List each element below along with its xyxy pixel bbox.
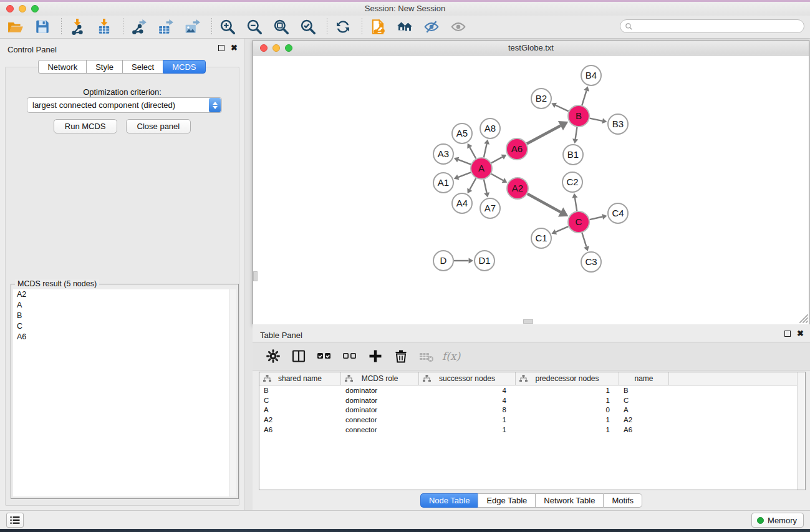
mcds-result-item[interactable]: A [13,300,236,311]
node-A1[interactable]: A1 [433,173,453,193]
table-cell[interactable]: A2 [619,415,669,425]
bottom-splitter-handle[interactable] [523,319,533,324]
tab-style[interactable]: Style [86,60,122,74]
memory-button[interactable]: Memory [751,513,804,528]
edge-C-C4[interactable] [590,214,607,220]
node-B3[interactable]: B3 [608,114,628,134]
zoom-selected-button[interactable] [299,17,317,36]
export-network-button[interactable] [130,17,148,36]
table-cell[interactable]: A [259,405,341,415]
search-box[interactable] [620,19,804,33]
delete-columns-button[interactable] [390,346,412,367]
tab-network-table[interactable]: Network Table [535,493,603,508]
table-cell[interactable]: C [619,395,669,405]
tab-edge-table[interactable]: Edge Table [478,493,535,508]
node-C[interactable]: C [568,211,589,233]
task-history-button[interactable] [6,513,24,528]
zoom-in-button[interactable] [218,17,237,36]
table-cell[interactable]: A2 [259,415,341,425]
edge-A-A5[interactable] [467,143,476,159]
node-B4[interactable]: B4 [581,65,601,85]
select-all-rows-button[interactable] [314,346,335,367]
left-splitter-handle[interactable] [253,271,258,281]
edge-A2-C[interactable] [528,194,569,217]
column-header-MCDS-role[interactable]: MCDS role [341,372,419,385]
table-cell[interactable]: connector [341,415,419,425]
table-row[interactable]: Bdominator41B [259,385,805,395]
edge-A-A3[interactable] [454,157,471,165]
column-chooser-button[interactable] [288,346,309,367]
export-image-button[interactable] [183,17,202,36]
edge-C-C1[interactable] [552,226,569,235]
network-from-selection-button[interactable] [369,17,387,36]
show-all-button[interactable] [449,17,468,36]
edge-B-B4[interactable] [582,86,589,105]
zoom-fit-button[interactable] [272,17,291,36]
table-cell[interactable]: A6 [619,425,669,435]
edge-B-B3[interactable] [590,118,607,123]
table-panel-close-button[interactable]: ✖ [797,331,804,337]
edge-A-A6[interactable] [491,155,506,163]
node-B1[interactable]: B1 [563,145,583,165]
table-cell[interactable]: 1 [516,395,619,405]
table-cell[interactable]: 1 [516,385,619,395]
node-D1[interactable]: D1 [475,251,494,271]
edge-B-B1[interactable] [572,127,578,143]
node-C3[interactable]: C3 [581,252,601,272]
tab-mcds[interactable]: MCDS [163,60,205,74]
create-column-button[interactable] [365,346,386,367]
node-D[interactable]: D [433,251,453,271]
open-file-button[interactable] [6,17,25,36]
table-cell[interactable]: dominator [341,405,419,415]
edge-C-C3[interactable] [582,233,589,251]
table-row[interactable]: Cdominator41C [259,395,805,405]
hide-selected-button[interactable] [422,17,441,36]
network-canvas[interactable]: B4B2BB3B1A5A8A6A3AA1A4A7A2C2CC4C1C3DD1 [253,56,809,324]
edge-D-D1[interactable] [454,258,473,263]
close-panel-button[interactable]: Close panel [126,119,191,133]
export-table-button[interactable] [157,17,175,36]
import-table-button[interactable] [95,17,113,36]
node-A3[interactable]: A3 [433,144,453,164]
control-panel-float-button[interactable] [218,45,224,51]
node-A4[interactable]: A4 [452,193,472,213]
table-settings-button[interactable] [263,346,284,367]
table-cell[interactable]: A6 [259,425,341,435]
edge-A-A8[interactable] [484,140,489,158]
zoom-out-button[interactable] [245,17,264,36]
edge-B-B2[interactable] [551,103,568,112]
node-C1[interactable]: C1 [531,228,551,248]
node-A8[interactable]: A8 [480,118,500,138]
table-row[interactable]: A6connector11A6 [259,425,805,435]
mcds-result-item[interactable]: B [13,311,236,321]
save-session-button[interactable] [33,17,52,36]
table-scrollbar[interactable] [797,372,805,490]
node-A5[interactable]: A5 [452,123,472,143]
table-cell[interactable]: 1 [419,425,516,435]
node-B2[interactable]: B2 [531,89,551,109]
edge-A-A7[interactable] [484,180,489,198]
control-panel-close-button[interactable]: ✖ [231,45,238,51]
mcds-result-item[interactable]: C [13,321,236,332]
mcds-result-item[interactable]: A6 [13,332,236,342]
table-panel-float-button[interactable] [784,331,791,337]
tab-network[interactable]: Network [38,60,86,74]
apply-layout-button[interactable] [334,17,352,36]
first-neighbors-button[interactable] [395,17,414,36]
table-cell[interactable]: dominator [341,385,419,395]
tab-select[interactable]: Select [122,60,163,74]
node-C2[interactable]: C2 [562,172,582,192]
edge-A-A2[interactable] [491,174,508,183]
node-A7[interactable]: A7 [480,198,500,218]
mcds-result-scrollbar[interactable] [229,289,236,496]
column-header-shared-name[interactable]: shared name [259,372,341,385]
table-row[interactable]: Adominator80A [259,405,805,415]
node-A[interactable]: A [471,158,492,179]
edge-C-C2[interactable] [572,193,577,211]
column-header-name[interactable]: name [619,372,669,385]
table-cell[interactable]: dominator [341,395,419,405]
window-resize-grip[interactable] [799,314,808,323]
table-cell[interactable]: B [619,385,669,395]
unselect-all-rows-button[interactable] [339,346,360,367]
table-cell[interactable]: 1 [419,415,516,425]
